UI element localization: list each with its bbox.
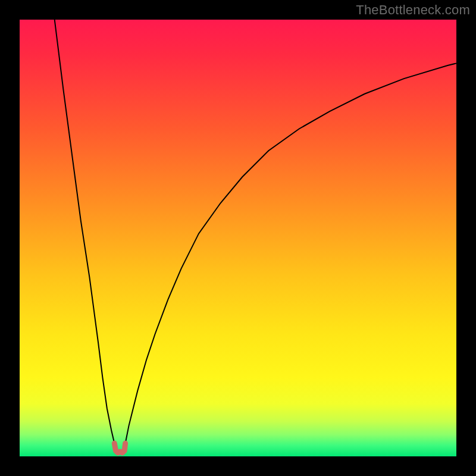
watermark-text: TheBottleneck.com (356, 2, 470, 18)
chart-stage: TheBottleneck.com (0, 0, 476, 476)
chart-svg (0, 0, 476, 476)
plot-background (20, 20, 456, 456)
